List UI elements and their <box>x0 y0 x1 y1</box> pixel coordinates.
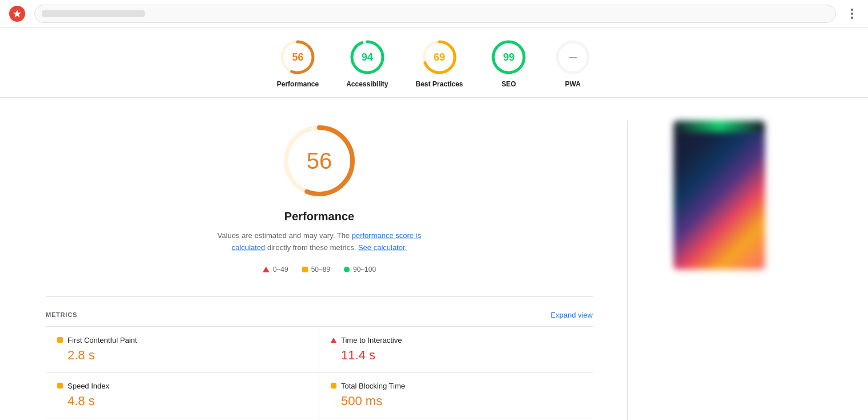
metric-icon-orange-3 <box>331 383 336 389</box>
app-logo <box>9 6 25 22</box>
score-circle-pwa: — <box>554 39 591 76</box>
score-legend: 0–4950–8990–100 <box>263 266 376 274</box>
legend-icon-green <box>344 267 350 272</box>
metric-icon-orange-0 <box>57 337 63 343</box>
metric-cell-4: Largest Contentful Paint 3.7 s <box>46 418 319 420</box>
header <box>0 0 868 27</box>
score-label-pwa: PWA <box>565 80 581 88</box>
big-score-section: 56 Performance Values are estimated and … <box>46 121 593 296</box>
metric-name-row-2: Speed Index <box>57 382 310 390</box>
legend-icon-red <box>263 267 269 272</box>
metric-value-3: 500 ms <box>331 394 584 409</box>
metric-name-row-1: Time to Interactive <box>331 336 584 344</box>
metric-icon-orange-2 <box>57 383 63 389</box>
legend-item-green: 90–100 <box>344 266 376 274</box>
expand-view-button[interactable]: Expand view <box>550 311 593 319</box>
vertical-divider <box>627 121 628 420</box>
big-score-circle: 56 <box>279 121 359 201</box>
dot2 <box>851 13 853 15</box>
metrics-header: METRICS Expand view <box>46 311 593 319</box>
page-screenshot <box>673 121 765 270</box>
metric-cell-3: Total Blocking Time 500 ms <box>319 373 593 418</box>
scores-bar: 56 Performance 94 Accessibility 69 Best … <box>0 27 868 98</box>
metric-icon-red-1 <box>331 338 336 343</box>
legend-item-orange: 50–89 <box>302 266 330 274</box>
score-value-best-practices: 69 <box>434 51 445 64</box>
metrics-title: METRICS <box>46 311 77 318</box>
legend-range-green: 90–100 <box>353 266 376 274</box>
score-circle-accessibility: 94 <box>349 39 386 76</box>
score-label-seo: SEO <box>502 80 516 88</box>
desc-prefix: Values are estimated and may vary. The <box>217 231 352 240</box>
legend-range-red: 0–49 <box>273 266 288 274</box>
metric-name-row-3: Total Blocking Time <box>331 382 584 390</box>
metric-name-0: First Contentful Paint <box>68 336 137 344</box>
metric-name-3: Total Blocking Time <box>341 382 405 390</box>
url-bar[interactable] <box>34 5 836 23</box>
metric-name-1: Time to Interactive <box>341 336 402 344</box>
score-value-accessibility: 94 <box>362 51 373 64</box>
content-right <box>662 121 822 420</box>
legend-icon-orange <box>302 267 308 272</box>
score-item-accessibility[interactable]: 94 Accessibility <box>346 39 388 88</box>
score-circle-seo: 99 <box>490 39 527 76</box>
metric-cell-5: Cumulative Layout Shift 0.187 <box>319 418 593 420</box>
content-left: 56 Performance Values are estimated and … <box>46 121 593 420</box>
legend-item-red: 0–49 <box>263 266 288 274</box>
metrics-section: METRICS Expand view First Contentful Pai… <box>46 311 593 420</box>
score-label-performance: Performance <box>277 80 319 88</box>
metric-value-1: 11.4 s <box>331 348 584 363</box>
dot1 <box>851 9 853 11</box>
score-value-pwa: — <box>569 53 577 62</box>
metric-cell-1: Time to Interactive 11.4 s <box>319 327 593 373</box>
score-value-seo: 99 <box>503 51 514 64</box>
url-placeholder <box>42 10 145 17</box>
dot3 <box>851 17 853 19</box>
score-circle-performance: 56 <box>279 39 316 76</box>
big-score-title: Performance <box>284 210 354 223</box>
calculator-link[interactable]: See calculator. <box>358 243 407 252</box>
main-content: 56 Performance Values are estimated and … <box>0 98 868 420</box>
big-score-value: 56 <box>307 148 332 174</box>
score-label-accessibility: Accessibility <box>346 80 388 88</box>
metrics-grid: First Contentful Paint 2.8 s Time to Int… <box>46 326 593 420</box>
score-item-best-practices[interactable]: 69 Best Practices <box>416 39 463 88</box>
metric-cell-0: First Contentful Paint 2.8 s <box>46 327 319 373</box>
more-options-button[interactable] <box>845 7 859 21</box>
big-score-description: Values are estimated and may vary. The p… <box>211 230 428 254</box>
metric-name-row-0: First Contentful Paint <box>57 336 310 344</box>
score-item-seo[interactable]: 99 SEO <box>490 39 527 88</box>
metric-value-2: 4.8 s <box>57 394 310 409</box>
score-label-best-practices: Best Practices <box>416 80 463 88</box>
score-item-performance[interactable]: 56 Performance <box>277 39 319 88</box>
metric-cell-2: Speed Index 4.8 s <box>46 373 319 418</box>
legend-range-orange: 50–89 <box>311 266 330 274</box>
score-value-performance: 56 <box>292 51 303 64</box>
metric-name-2: Speed Index <box>68 382 109 390</box>
score-item-pwa[interactable]: — PWA <box>554 39 591 88</box>
metric-value-0: 2.8 s <box>57 348 310 363</box>
section-divider <box>46 296 593 297</box>
score-circle-best-practices: 69 <box>421 39 458 76</box>
